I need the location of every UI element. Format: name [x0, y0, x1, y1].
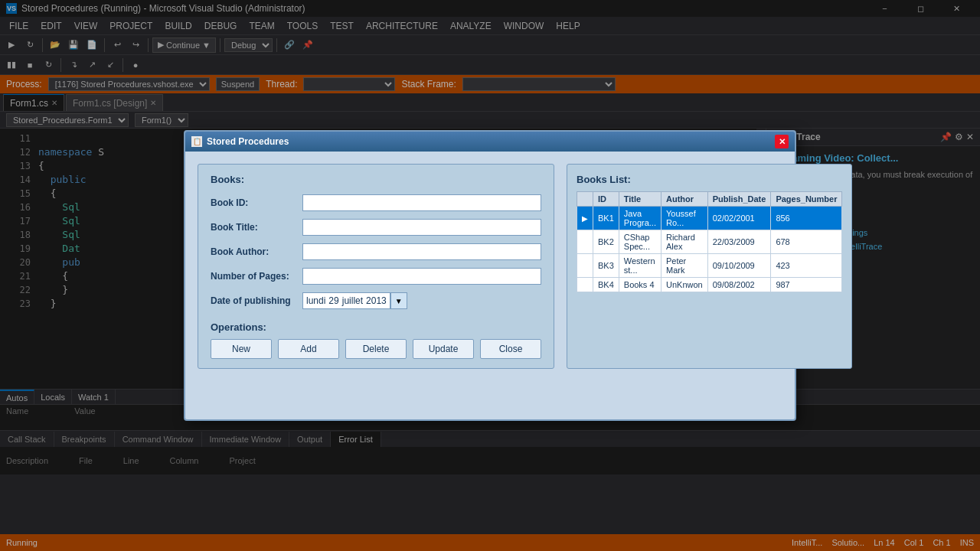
- cell-date-bk1: 02/02/2001: [707, 207, 771, 230]
- book-id-row: Book ID:: [211, 194, 541, 211]
- grid-row-bk4[interactable]: BK4 Books 4 UnKnwon 09/08/2002 987: [577, 278, 842, 292]
- date-date: 29: [328, 295, 338, 306]
- cell-author-bk1: Youssef Ro...: [661, 207, 707, 230]
- operations-title: Operations:: [211, 321, 541, 333]
- cell-pages-bk3: 423: [771, 254, 842, 278]
- cell-pages-bk4: 987: [771, 278, 842, 292]
- cell-date-bk2: 22/03/2009: [707, 230, 771, 254]
- close-button[interactable]: Close: [480, 339, 541, 359]
- pages-label: Number of Pages:: [211, 271, 302, 282]
- col-author: Author: [661, 192, 707, 207]
- grid-row-bk3[interactable]: BK3 Western st... Peter Mark 09/10/2009 …: [577, 254, 842, 278]
- row-arrow-bk2: [577, 230, 593, 254]
- date-day: lundi: [306, 295, 325, 306]
- date-picker-display: lundi 29 juillet 2013: [302, 292, 390, 309]
- books-list-section: Books List: ID Title Author Publish_Date…: [567, 164, 852, 369]
- new-button[interactable]: New: [211, 339, 272, 359]
- pages-row: Number of Pages:: [211, 268, 541, 285]
- col-title: Title: [619, 192, 661, 207]
- date-row: Date of publishing lundi 29 juillet 2013…: [211, 292, 541, 309]
- book-id-label: Book ID:: [211, 197, 302, 208]
- books-form-title: Books:: [211, 174, 541, 185]
- col-pages: Pages_Number: [771, 192, 842, 207]
- grid-header-row: ID Title Author Publish_Date Pages_Numbe…: [577, 192, 842, 207]
- books-grid: ID Title Author Publish_Date Pages_Numbe…: [577, 191, 842, 292]
- date-label: Date of publishing: [211, 295, 302, 306]
- row-arrow-bk1: ▶: [577, 207, 593, 230]
- cell-title-bk4: Books 4: [619, 278, 661, 292]
- date-month: juillet: [342, 295, 363, 306]
- books-list-title: Books List:: [577, 174, 842, 185]
- dialog-body: Books: Book ID: Book Title: Book Author:…: [185, 152, 795, 381]
- dialog-close-button[interactable]: ✕: [775, 135, 789, 148]
- cell-id-bk3: BK3: [593, 254, 619, 278]
- col-date: Publish_Date: [707, 192, 771, 207]
- stored-procedures-dialog: 📋 Stored Procedures ✕ Books: Book ID: Bo…: [184, 130, 796, 421]
- pages-input[interactable]: [302, 268, 541, 285]
- cell-title-bk1: Java Progra...: [619, 207, 661, 230]
- date-picker-button[interactable]: ▼: [390, 292, 407, 309]
- book-title-label: Book Title:: [211, 222, 302, 233]
- grid-row-bk1[interactable]: ▶ BK1 Java Progra... Youssef Ro... 02/02…: [577, 207, 842, 230]
- dialog-titlebar: 📋 Stored Procedures ✕: [185, 132, 795, 152]
- grid-row-bk2[interactable]: BK2 CShap Spec... Richard Alex 22/03/200…: [577, 230, 842, 254]
- book-id-input[interactable]: [302, 194, 541, 211]
- col-arrow: [577, 192, 593, 207]
- cell-title-bk2: CShap Spec...: [619, 230, 661, 254]
- dialog-overlay: 📋 Stored Procedures ✕ Books: Book ID: Bo…: [0, 0, 980, 551]
- row-arrow-bk3: [577, 254, 593, 278]
- cell-author-bk4: UnKnwon: [661, 278, 707, 292]
- date-year: 2013: [366, 295, 387, 306]
- dialog-icon: 📋: [191, 136, 202, 147]
- cell-author-bk2: Richard Alex: [661, 230, 707, 254]
- book-title-row: Book Title:: [211, 219, 541, 236]
- cell-date-bk4: 09/08/2002: [707, 278, 771, 292]
- cell-id-bk4: BK4: [593, 278, 619, 292]
- cell-id-bk2: BK2: [593, 230, 619, 254]
- books-form-section: Books: Book ID: Book Title: Book Author:…: [198, 164, 554, 369]
- row-arrow-bk4: [577, 278, 593, 292]
- cell-title-bk3: Western st...: [619, 254, 661, 278]
- dialog-title: Stored Procedures: [207, 136, 775, 147]
- cell-id-bk1: BK1: [593, 207, 619, 230]
- cell-pages-bk2: 678: [771, 230, 842, 254]
- add-button[interactable]: Add: [278, 339, 339, 359]
- book-author-row: Book Author:: [211, 243, 541, 260]
- book-author-input[interactable]: [302, 243, 541, 260]
- cell-date-bk3: 09/10/2009: [707, 254, 771, 278]
- cell-pages-bk1: 856: [771, 207, 842, 230]
- update-button[interactable]: Update: [413, 339, 474, 359]
- operations-section: Operations: New Add Delete Update Close: [211, 321, 541, 359]
- delete-button[interactable]: Delete: [345, 339, 407, 359]
- cell-author-bk3: Peter Mark: [661, 254, 707, 278]
- book-title-input[interactable]: [302, 219, 541, 236]
- col-id: ID: [593, 192, 619, 207]
- book-author-label: Book Author:: [211, 246, 302, 257]
- operations-buttons: New Add Delete Update Close: [211, 339, 541, 359]
